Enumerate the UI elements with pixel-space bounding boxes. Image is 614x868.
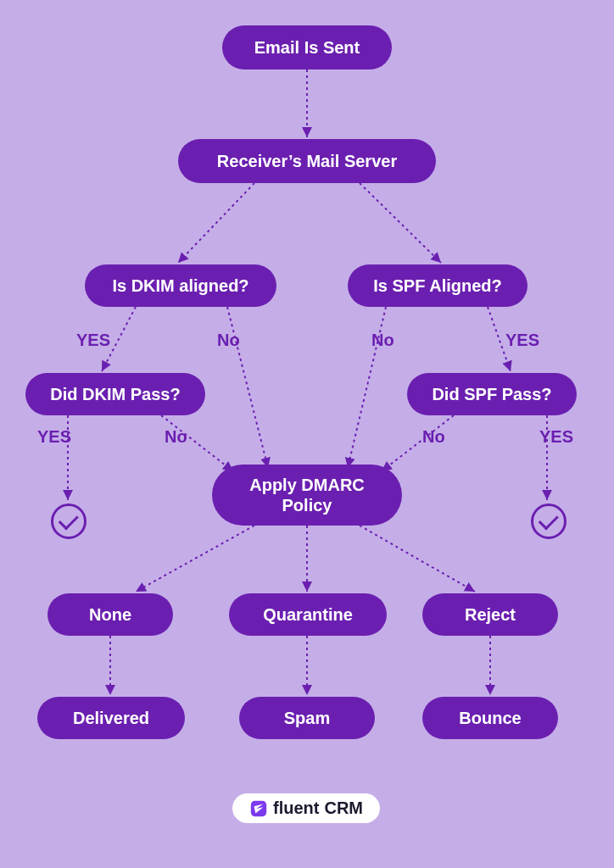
svg-line-1 <box>178 183 254 263</box>
svg-line-13 <box>360 526 475 592</box>
label-spf-aligned-yes: YES <box>505 331 539 350</box>
label-dkim-aligned-yes: YES <box>76 331 110 350</box>
node-receiver-server: Receiver’s Mail Server <box>178 139 436 183</box>
node-bounce: Bounce <box>422 697 558 739</box>
brand-logo: fluentCRM <box>232 793 380 823</box>
node-spf-pass: Did SPF Pass? <box>407 373 577 415</box>
node-none: None <box>47 593 173 636</box>
label-spf-pass-no: No <box>422 427 445 447</box>
brand-text-crm: CRM <box>324 798 363 818</box>
node-spam: Spam <box>239 697 375 739</box>
fluentcrm-logo-icon <box>249 799 268 818</box>
svg-line-2 <box>360 183 441 263</box>
brand-text-fluent: fluent <box>273 798 319 818</box>
label-spf-pass-yes: YES <box>539 427 573 447</box>
node-spf-aligned: Is SPF Aligned? <box>348 264 527 307</box>
flowchart-canvas: Email Is Sent Receiver’s Mail Server Is … <box>0 0 614 868</box>
check-icon <box>531 504 567 539</box>
node-dkim-aligned: Is DKIM aligned? <box>85 264 276 307</box>
node-reject: Reject <box>422 593 558 636</box>
label-dkim-aligned-no: No <box>217 331 240 350</box>
label-spf-aligned-no: No <box>371 331 394 350</box>
node-dkim-pass: Did DKIM Pass? <box>25 373 205 415</box>
node-delivered: Delivered <box>37 697 185 739</box>
check-icon <box>51 504 87 539</box>
label-dkim-pass-yes: YES <box>37 427 71 447</box>
svg-line-11 <box>136 526 254 592</box>
label-dkim-pass-no: No <box>165 427 187 447</box>
node-email-sent: Email Is Sent <box>222 25 392 70</box>
node-quarantine: Quarantine <box>229 593 387 636</box>
node-apply-dmarc: Apply DMARC Policy <box>212 465 402 526</box>
